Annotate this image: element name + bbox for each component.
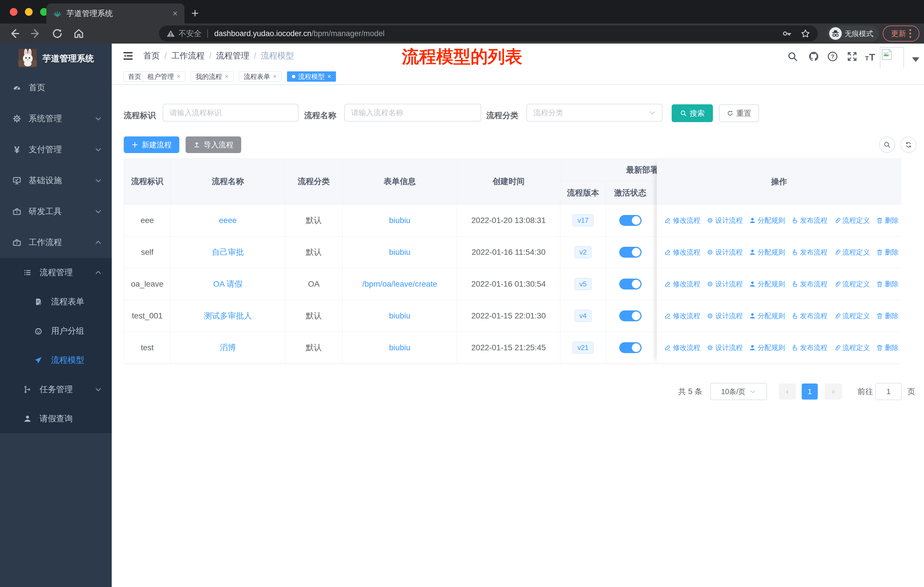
help-icon[interactable]: ? [827,51,838,62]
close-tag-icon[interactable]: × [225,73,229,80]
publish-process-link[interactable]: 发布流程 [791,248,827,257]
sidebar-item-workflow[interactable]: 工作流程 [0,227,112,258]
form-info-link[interactable]: biubiu [389,248,411,257]
edit-process-link[interactable]: 修改流程 [664,279,700,289]
publish-process-link[interactable]: 发布流程 [791,216,827,225]
close-tag-icon[interactable]: × [273,73,277,80]
close-tag-icon[interactable]: × [327,73,331,80]
breadcrumb-workflow[interactable]: 工作流程 [171,50,205,62]
reset-button[interactable]: 重置 [719,104,759,122]
process-definition-link[interactable]: 流程定义 [834,311,870,321]
fullscreen-icon[interactable] [846,51,858,62]
sidebar-item-payment[interactable]: ¥ 支付管理 [0,134,112,165]
assign-rule-link[interactable]: 分配规则 [749,216,785,225]
form-info-link[interactable]: biubiu [389,343,411,352]
browser-menu-icon[interactable] [909,29,911,38]
delete-process-link[interactable]: 删除 [876,248,899,257]
delete-process-link[interactable]: 删除 [876,311,899,321]
sidebar-item-dev-tools[interactable]: 研发工具 [0,196,112,227]
forward-button[interactable] [30,28,41,39]
model-name-link[interactable]: eeee [219,216,237,225]
sidebar-item-task-management[interactable]: 任务管理 [0,375,112,404]
bookmark-star-icon[interactable] [800,29,810,38]
tag-tenant-management[interactable]: 租户管理× [143,71,185,82]
not-secure-warning-icon[interactable] [167,29,175,38]
active-toggle[interactable] [619,215,642,226]
search-button[interactable]: 搜索 [672,104,713,122]
sidebar-item-home[interactable]: 首页 [0,72,112,103]
font-size-icon[interactable]: TT [865,51,875,63]
breadcrumb-home[interactable]: 首页 [143,50,160,62]
tab-close-icon[interactable]: × [172,9,178,18]
close-tag-icon[interactable]: × [177,73,180,80]
design-process-link[interactable]: 设计流程 [706,248,743,257]
active-toggle[interactable] [619,247,642,258]
delete-process-link[interactable]: 删除 [876,343,899,352]
process-definition-link[interactable]: 流程定义 [834,343,870,352]
filter-name-input[interactable] [344,104,481,122]
assign-rule-link[interactable]: 分配规则 [749,279,785,289]
edit-process-link[interactable]: 修改流程 [664,343,700,352]
design-process-link[interactable]: 设计流程 [706,343,743,352]
breadcrumb-process-management[interactable]: 流程管理 [216,50,249,62]
create-process-button[interactable]: 新建流程 [124,136,179,153]
assign-rule-link[interactable]: 分配规则 [749,248,785,257]
active-toggle[interactable] [619,342,642,353]
import-process-button[interactable]: 导入流程 [186,136,241,153]
user-avatar[interactable] [880,47,904,71]
edit-process-link[interactable]: 修改流程 [664,311,700,321]
form-info-link[interactable]: /bpm/oa/leave/create [362,279,437,289]
edit-process-link[interactable]: 修改流程 [664,216,700,225]
sidebar-item-process-model[interactable]: 流程模型 [0,346,112,375]
active-toggle[interactable] [619,279,642,289]
publish-process-link[interactable]: 发布流程 [791,343,827,352]
design-process-link[interactable]: 设计流程 [706,311,743,321]
form-info-link[interactable]: biubiu [389,216,411,225]
new-tab-button[interactable]: + [191,5,199,22]
sidebar-item-leave-query[interactable]: 请假查询 [0,404,112,433]
assign-rule-link[interactable]: 分配规则 [749,343,785,352]
process-definition-link[interactable]: 流程定义 [834,248,870,257]
process-definition-link[interactable]: 流程定义 [834,279,870,289]
page-size-select[interactable]: 10条/页 [710,383,767,400]
process-definition-link[interactable]: 流程定义 [834,216,870,225]
sidebar-item-process-form[interactable]: 流程表单 [0,287,112,316]
password-key-icon[interactable] [782,29,792,38]
filter-key-input[interactable] [163,104,299,122]
refresh-table-button[interactable] [901,137,917,153]
search-icon[interactable] [787,51,798,62]
filter-category-select[interactable]: 流程分类 [526,104,663,122]
sidebar-item-infrastructure[interactable]: 基础设施 [0,165,112,196]
tag-process-model[interactable]: 流程模型× [287,71,336,82]
active-toggle[interactable] [619,311,642,321]
delete-process-link[interactable]: 删除 [876,216,899,225]
reload-button[interactable] [51,28,63,39]
design-process-link[interactable]: 设计流程 [706,216,743,225]
tag-my-process[interactable]: 我的流程× [191,71,233,82]
browser-update-button[interactable]: 更新 [883,25,919,41]
back-button[interactable] [8,28,20,39]
next-page-button[interactable]: › [825,384,842,400]
tag-process-form[interactable]: 流程表单× [239,71,282,82]
edit-process-link[interactable]: 修改流程 [664,248,700,257]
delete-process-link[interactable]: 删除 [876,279,899,289]
publish-process-link[interactable]: 发布流程 [791,311,827,321]
sidebar-item-system[interactable]: 系统管理 [0,103,112,134]
goto-page-input[interactable] [875,383,902,400]
form-info-link[interactable]: biubiu [389,311,411,321]
assign-rule-link[interactable]: 分配规则 [749,311,785,321]
model-name-link[interactable]: 自己审批 [212,247,244,258]
current-page-button[interactable]: 1 [802,384,818,400]
avatar-dropdown-caret[interactable] [912,57,919,62]
close-window-button[interactable] [10,8,18,16]
home-button[interactable] [73,28,84,39]
sidebar-item-user-group[interactable]: 用户分组 [0,316,112,346]
sidebar-item-process-management[interactable]: 流程管理 [0,258,112,287]
browser-tab[interactable]: 芋道管理系统 × [46,3,185,23]
show-search-button[interactable] [879,137,895,153]
model-name-link[interactable]: 测试多审批人 [204,311,252,321]
publish-process-link[interactable]: 发布流程 [791,279,827,289]
address-bar[interactable]: 不安全 dashboard.yudao.iocoder.cn /bpm/mana… [159,25,818,41]
model-name-link[interactable]: OA 请假 [213,279,243,289]
prev-page-button[interactable]: ‹ [779,384,796,400]
